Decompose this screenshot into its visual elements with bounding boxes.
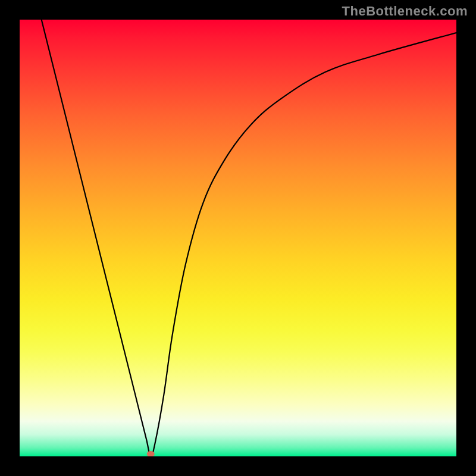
plot-area (20, 20, 456, 456)
chart-frame: TheBottleneck.com (0, 0, 476, 476)
curve-path (42, 20, 456, 456)
bottleneck-curve (20, 20, 456, 456)
watermark-text: TheBottleneck.com (342, 4, 468, 19)
